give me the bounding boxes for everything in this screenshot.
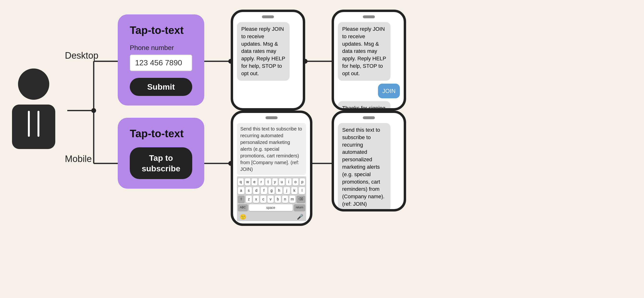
svg-point-13 (18, 68, 49, 100)
key-d[interactable]: d (253, 187, 260, 194)
phone-notch-3 (266, 116, 278, 119)
key-z[interactable]: z (246, 196, 252, 203)
desktop-phone-2: Please reply JOIN to receive updates. Ms… (332, 10, 406, 110)
key-s[interactable]: s (246, 187, 252, 194)
mobile-widget-title: Tap-to-text (130, 127, 192, 140)
key-m[interactable]: m (289, 196, 295, 203)
sms-received-1: Please reply JOIN to receive updates. Ms… (237, 22, 290, 81)
desktop-widget-title: Tap-to-text (130, 24, 192, 37)
mobile-phone-1: Send this text to subscribe to recurring… (231, 110, 312, 226)
tap-to-subscribe-button[interactable]: Tap to subscribe (130, 147, 192, 179)
sms-reply-2: Thanks for signing up! We'll share new r… (338, 101, 390, 110)
phone-number-label: Phone number (130, 44, 192, 52)
desktop-label: Desktop (65, 50, 98, 61)
sms-preloaded: Send this text to subscribe to recurring… (237, 123, 306, 175)
key-q[interactable]: q (238, 178, 244, 186)
phone-input[interactable]: 123 456 7890 (130, 54, 192, 71)
sms-sent-2: JOIN (378, 84, 400, 98)
key-o[interactable]: o (293, 178, 298, 186)
key-r[interactable]: r (258, 178, 264, 186)
submit-button[interactable]: Submit (130, 78, 192, 96)
return-key[interactable]: return (294, 204, 305, 211)
key-y[interactable]: y (272, 178, 278, 186)
key-j[interactable]: j (284, 187, 290, 194)
keyboard-bottom: 🙂 🎤 (238, 212, 305, 220)
mic-icon[interactable]: 🎤 (297, 214, 303, 220)
key-u[interactable]: u (279, 178, 285, 186)
key-a[interactable]: a (238, 187, 244, 194)
key-e[interactable]: e (252, 178, 257, 186)
key-w[interactable]: w (245, 178, 251, 186)
diagram-container: Desktop Mobile Tap-to-text Phone number … (0, 0, 644, 298)
space-key[interactable]: space (249, 204, 293, 211)
key-l[interactable]: l (299, 187, 305, 194)
connector-lines (0, 0, 644, 298)
svg-point-12 (91, 108, 96, 113)
phone-notch-1 (262, 16, 274, 18)
key-p[interactable]: p (300, 178, 306, 186)
key-b[interactable]: b (275, 196, 281, 203)
mobile-phone-2: Send this text to subscribe to recurring… (332, 110, 406, 212)
key-x[interactable]: x (253, 196, 259, 203)
person-icon (7, 67, 60, 149)
emoji-icon[interactable]: 🙂 (240, 214, 246, 220)
mobile-label: Mobile (65, 154, 92, 164)
key-v[interactable]: v (268, 196, 274, 203)
mobile-widget: Tap-to-text Tap to subscribe (118, 118, 204, 189)
key-f[interactable]: f (261, 187, 267, 194)
shift-key[interactable]: ⇧ (238, 196, 244, 203)
abc-key[interactable]: ABC (238, 204, 248, 211)
key-c[interactable]: c (260, 196, 266, 203)
svg-rect-14 (12, 104, 55, 149)
sms-received-2: Please reply JOIN to receive updates. Ms… (338, 22, 390, 81)
key-t[interactable]: t (265, 178, 271, 186)
desktop-phone-1: Please reply JOIN to receive updates. Ms… (231, 10, 305, 110)
sms-received-mobile: Send this text to subscribe to recurring… (338, 123, 390, 211)
backspace-key[interactable]: ⌫ (296, 196, 305, 203)
desktop-widget: Tap-to-text Phone number 123 456 7890 Su… (118, 14, 204, 106)
keyboard: q w e r t y u i o p a s d f g h (237, 176, 306, 221)
phone-notch-2 (363, 16, 375, 18)
key-k[interactable]: k (291, 187, 298, 194)
key-n[interactable]: n (282, 196, 288, 203)
key-h[interactable]: h (276, 187, 282, 194)
phone-notch-4 (363, 116, 375, 119)
key-g[interactable]: g (268, 187, 275, 194)
key-i[interactable]: i (286, 178, 292, 186)
